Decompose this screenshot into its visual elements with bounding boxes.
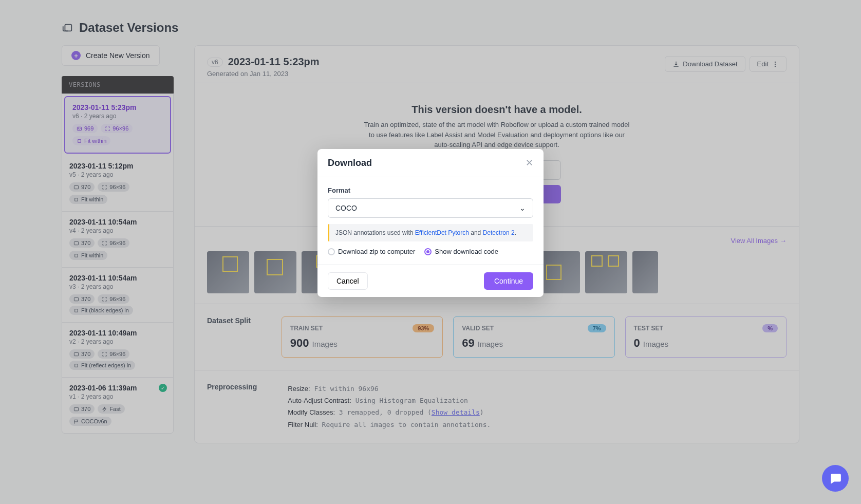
chat-icon xyxy=(829,472,842,485)
format-select[interactable]: COCO ⌄ xyxy=(328,198,533,218)
radio-show-code[interactable]: Show download code xyxy=(424,248,498,255)
hint-link-1[interactable]: EfficientDet Pytorch xyxy=(415,229,469,236)
hint-link-2[interactable]: Detectron 2 xyxy=(483,229,515,236)
cancel-button[interactable]: Cancel xyxy=(328,272,368,290)
modal-title: Download xyxy=(328,158,372,169)
close-icon[interactable]: ✕ xyxy=(526,157,533,169)
radio-download-zip[interactable]: Download zip to computer xyxy=(328,248,415,255)
chat-bubble-button[interactable] xyxy=(822,465,849,492)
radio-icon xyxy=(328,248,335,255)
format-value: COCO xyxy=(335,204,357,212)
continue-button[interactable]: Continue xyxy=(484,272,533,290)
download-modal: Download ✕ Format COCO ⌄ JSON annotation… xyxy=(317,149,544,297)
format-hint: JSON annotations used with EfficientDet … xyxy=(328,224,533,241)
radio-icon xyxy=(424,248,432,255)
chevron-down-icon: ⌄ xyxy=(519,204,526,212)
format-label: Format xyxy=(328,186,533,194)
